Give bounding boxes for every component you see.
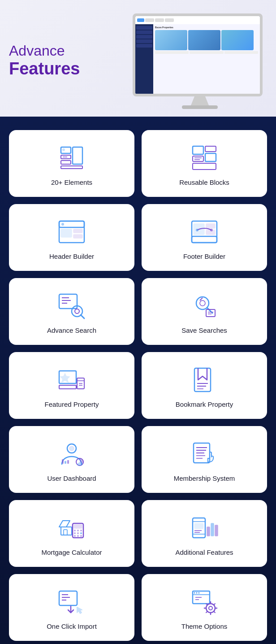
svg-rect-59	[67, 460, 69, 464]
svg-rect-19	[73, 235, 82, 238]
nav-menu2	[155, 18, 164, 22]
svg-rect-50	[194, 368, 211, 392]
mortgage-label: Mortgage Calculator	[41, 548, 102, 556]
hero-line2: Features	[9, 59, 80, 78]
theme-label: Theme Options	[181, 622, 228, 630]
svg-point-71	[74, 530, 76, 531]
feature-card-membership-system[interactable]: Membership System	[142, 426, 267, 493]
monitor-base	[182, 105, 218, 109]
svg-point-76	[80, 532, 82, 534]
search-label: Advance Search	[47, 326, 96, 334]
feature-card-save-searches[interactable]: Save Searches	[142, 278, 267, 345]
mortgage-icon	[57, 513, 86, 542]
svg-rect-8	[193, 146, 203, 154]
feature-card-reusable-blocks[interactable]: Reusable Blocks	[142, 130, 267, 197]
featured-icon	[57, 366, 86, 394]
features-section: 20+ Elements Reusable Blocks	[0, 117, 276, 644]
elements-label: 20+ Elements	[51, 178, 92, 186]
feature-card-advance-search[interactable]: Advance Search	[9, 278, 134, 345]
svg-point-75	[77, 532, 79, 534]
svg-line-34	[81, 315, 84, 318]
svg-line-107	[214, 604, 215, 605]
svg-point-96	[194, 592, 195, 594]
hero-section: Advance Features	[0, 0, 276, 117]
feature-card-theme-options[interactable]: Theme Options	[142, 574, 267, 641]
hero-line1: Advance	[9, 43, 80, 59]
svg-rect-57	[62, 459, 64, 464]
svg-rect-25	[206, 224, 215, 228]
nav-menu3	[165, 18, 174, 22]
membership-icon	[190, 439, 219, 468]
import-label: One Click Import	[47, 622, 97, 630]
svg-point-77	[74, 535, 76, 537]
svg-rect-85	[215, 525, 218, 536]
svg-point-35	[75, 309, 79, 313]
hero-text: Advance Features	[9, 43, 80, 78]
svg-point-27	[210, 229, 213, 231]
svg-rect-58	[65, 461, 66, 464]
monitor-screen: Baces Properties	[135, 16, 260, 94]
theme-icon	[190, 587, 219, 616]
svg-point-28	[196, 229, 198, 231]
feature-card-footer-builder[interactable]: Footer Builder	[142, 204, 267, 271]
footer-label: Footer Builder	[183, 252, 225, 260]
svg-rect-17	[61, 229, 72, 237]
features-grid: 20+ Elements Reusable Blocks	[9, 130, 267, 641]
svg-marker-44	[60, 374, 69, 382]
svg-point-78	[77, 535, 79, 537]
svg-point-20	[61, 223, 64, 226]
blocks-icon	[190, 144, 219, 172]
svg-point-42	[200, 300, 205, 306]
svg-rect-23	[192, 236, 217, 243]
svg-rect-70	[74, 525, 82, 528]
svg-point-100	[209, 606, 212, 610]
svg-rect-84	[211, 523, 214, 536]
feature-card-one-click-import[interactable]: One Click Import	[9, 574, 134, 641]
svg-rect-2	[61, 161, 71, 164]
save-search-icon	[190, 292, 219, 320]
save-searches-label: Save Searches	[181, 326, 227, 334]
feature-card-bookmark-property[interactable]: Bookmark Property	[142, 352, 267, 419]
svg-point-55	[69, 446, 74, 451]
feature-card-additional-features[interactable]: Additional Features	[142, 500, 267, 567]
svg-rect-10	[205, 146, 216, 152]
svg-line-38	[200, 298, 203, 300]
svg-rect-86	[194, 523, 203, 529]
feature-card-elements[interactable]: 20+ Elements	[9, 130, 134, 197]
bookmark-icon	[190, 366, 219, 394]
screen-nav	[135, 16, 260, 24]
header-label: Header Builder	[49, 252, 94, 260]
nav-logo	[137, 18, 144, 22]
monitor-stand	[191, 96, 209, 105]
svg-rect-68	[64, 530, 67, 535]
svg-point-74	[74, 532, 76, 534]
header-icon	[57, 218, 86, 246]
svg-rect-67	[61, 527, 72, 535]
svg-point-97	[196, 592, 198, 594]
svg-rect-11	[205, 153, 216, 161]
feature-card-user-dashboard[interactable]: User Dashboard	[9, 426, 134, 493]
svg-rect-9	[193, 156, 203, 161]
feature-card-featured-property[interactable]: Featured Property	[9, 352, 134, 419]
additional-icon	[190, 513, 219, 542]
svg-rect-18	[73, 229, 82, 233]
dashboard-icon	[57, 439, 86, 468]
svg-point-79	[80, 535, 82, 537]
import-icon	[57, 587, 86, 616]
blocks-label: Reusable Blocks	[179, 178, 229, 186]
svg-rect-3	[73, 147, 82, 164]
search-icon	[57, 292, 86, 320]
svg-rect-89	[59, 591, 77, 605]
feature-card-mortgage-calculator[interactable]: Mortgage Calculator	[9, 500, 134, 567]
feature-card-header-builder[interactable]: Header Builder	[9, 204, 134, 271]
nav-menu1	[145, 18, 154, 22]
svg-point-98	[198, 592, 200, 594]
monitor-body: Baces Properties	[133, 13, 263, 96]
bookmark-label: Bookmark Property	[176, 400, 233, 408]
additional-label: Additional Features	[175, 548, 233, 556]
svg-point-72	[77, 530, 79, 531]
svg-marker-66	[59, 521, 70, 527]
svg-rect-49	[59, 385, 76, 389]
svg-line-108	[206, 611, 207, 613]
svg-rect-12	[193, 163, 216, 170]
